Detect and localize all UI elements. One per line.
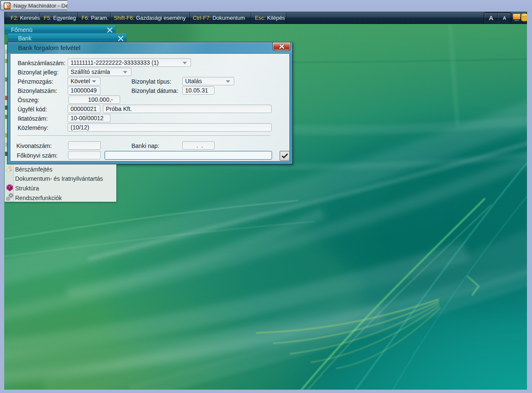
svg-text:M: M: [7, 4, 10, 9]
